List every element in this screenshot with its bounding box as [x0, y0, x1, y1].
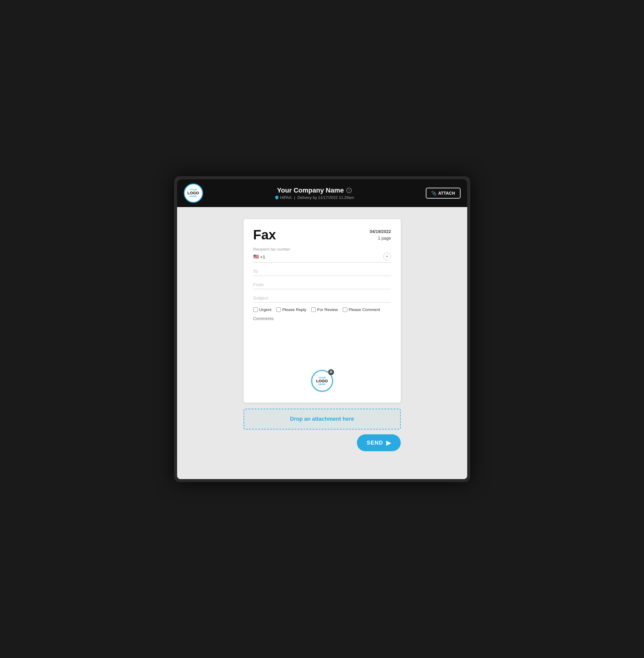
urgent-checkbox[interactable] [253, 308, 258, 312]
logo-line3: HERE [189, 195, 197, 198]
fax-number-input[interactable] [267, 254, 383, 259]
divider: | [294, 195, 295, 200]
please-reply-label: Please Reply [282, 308, 306, 312]
urgent-label: Urgent [259, 308, 272, 312]
comments-field-group [253, 316, 391, 366]
please-reply-checkbox-label[interactable]: Please Reply [276, 308, 306, 312]
drop-zone-text: Drop an attachment here [290, 416, 354, 422]
shield-icon [275, 195, 279, 200]
card-logo-line3: HERE [318, 383, 325, 386]
fax-card: Fax 04/19/2022 1 page Recipient fax numb… [244, 219, 401, 403]
attach-button[interactable]: 📎 ATTACH [426, 188, 460, 199]
logo-line2: LoGo [187, 191, 199, 195]
delivery-text: Delivery by 11/17/2022 11:29am [297, 195, 354, 200]
attach-label: ATTACH [438, 191, 455, 196]
fax-meta: 04/19/2022 1 page [370, 228, 391, 242]
company-name-row: Your Company Name i [203, 186, 426, 194]
checkboxes-row: Urgent Please Reply For Review Please Co… [253, 308, 391, 312]
send-button[interactable]: SEND ▶ [357, 434, 400, 451]
header: YOUR LoGo HERE Your Company Name i HIPAA [177, 179, 467, 207]
comments-textarea[interactable] [253, 316, 391, 364]
send-arrow-icon: ▶ [386, 439, 391, 447]
recipient-field-group: Recipient fax number 🇺🇸 +1 + [253, 247, 391, 263]
add-recipient-button[interactable]: + [383, 253, 391, 260]
hipaa-badge: HIPAA [275, 195, 292, 200]
logo: YOUR LoGo HERE [184, 183, 203, 203]
paperclip-icon: 📎 [431, 191, 436, 196]
subject-field-group [253, 294, 391, 302]
to-field-group [253, 267, 391, 276]
us-flag-emoji: 🇺🇸 [253, 254, 259, 259]
urgent-checkbox-label[interactable]: Urgent [253, 308, 272, 312]
card-logo-watermark: YOUR LoGo HERE ✕ [311, 370, 333, 392]
app-window: YOUR LoGo HERE Your Company Name i HIPAA [177, 179, 467, 479]
card-logo-close-button[interactable]: ✕ [328, 369, 334, 375]
info-icon[interactable]: i [346, 188, 352, 193]
drop-zone[interactable]: Drop an attachment here [244, 409, 401, 430]
header-center: Your Company Name i HIPAA | Delivery by … [203, 186, 426, 200]
send-btn-wrapper: SEND ▶ [244, 434, 401, 451]
for-review-label: For Review [317, 308, 338, 312]
please-comment-label: Please Comment [349, 308, 380, 312]
recipient-label: Recipient fax number [253, 247, 391, 251]
fax-pages: 1 page [370, 235, 391, 242]
card-logo-area: YOUR LoGo HERE ✕ [253, 370, 391, 392]
please-comment-checkbox-label[interactable]: Please Comment [343, 308, 380, 312]
flag-code: 🇺🇸 +1 [253, 254, 265, 259]
fax-date: 04/19/2022 [370, 228, 391, 235]
please-comment-checkbox[interactable] [343, 308, 347, 312]
from-input[interactable] [253, 280, 391, 289]
main-content: Fax 04/19/2022 1 page Recipient fax numb… [177, 207, 467, 479]
hipaa-label: HIPAA [280, 195, 292, 200]
fax-card-header: Fax 04/19/2022 1 page [253, 228, 391, 242]
for-review-checkbox-label[interactable]: For Review [311, 308, 338, 312]
fax-number-row: 🇺🇸 +1 + [253, 253, 391, 263]
from-field-group [253, 280, 391, 289]
card-logo-line2: LoGo [316, 379, 328, 383]
to-input[interactable] [253, 267, 391, 276]
please-reply-checkbox[interactable] [276, 308, 281, 312]
for-review-checkbox[interactable] [311, 308, 316, 312]
header-subtitle: HIPAA | Delivery by 11/17/2022 11:29am [203, 195, 426, 200]
company-name: Your Company Name [277, 186, 344, 194]
country-code: +1 [260, 254, 265, 259]
outer-frame: YOUR LoGo HERE Your Company Name i HIPAA [174, 176, 470, 482]
fax-title: Fax [253, 228, 276, 242]
send-label: SEND [367, 440, 383, 446]
subject-input[interactable] [253, 294, 391, 302]
